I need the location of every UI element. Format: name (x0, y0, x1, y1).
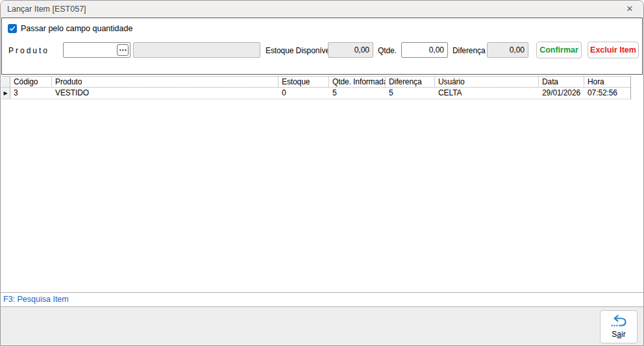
checkbox-passar-quantidade[interactable]: Passar pelo campo quantidade (8, 24, 132, 33)
check-icon (9, 25, 16, 32)
column-header-data[interactable]: Data (539, 77, 584, 87)
close-icon[interactable]: ✕ (623, 1, 637, 18)
ellipsis-icon: ⋯ (119, 45, 127, 55)
produto-name-display (133, 42, 260, 58)
column-header-produto[interactable]: Produto (52, 77, 279, 87)
titlebar: Lançar Item [EST057] ✕ (1, 1, 643, 18)
confirmar-button[interactable]: Confirmar (536, 42, 582, 58)
sair-label: Sair (612, 330, 625, 339)
cell-produto: VESTIDO (52, 88, 279, 99)
diferenca-label: Diferença (452, 46, 485, 55)
produto-label: Produto (8, 46, 49, 55)
grid-gutter-header (1, 77, 10, 87)
row-selector-gutter: ▶ (1, 88, 10, 99)
grid-header: Código Produto Estoque Qtde. Informada D… (1, 76, 630, 88)
diferenca-value (487, 42, 528, 58)
dialog-lancar-item: Lançar Item [EST057] ✕ Passar pelo campo… (0, 0, 644, 346)
cell-usuario: CELTA (435, 88, 539, 99)
cell-hora: 07:52:56 (584, 88, 630, 99)
estoque-disponivel-value (328, 42, 373, 58)
return-arrow-icon (609, 315, 628, 329)
qtde-input[interactable] (401, 42, 448, 58)
table-row[interactable]: ▶ 3 VESTIDO 0 5 5 CELTA 29/01/2026 07:52… (1, 88, 630, 99)
cell-estoque: 0 (279, 88, 329, 99)
column-header-qtde-informada[interactable]: Qtde. Informada (329, 77, 386, 87)
produto-code-field: ⋯ (63, 42, 130, 58)
status-hint: F3: Pesquisa Item (3, 295, 69, 304)
cell-qtde-informada: 5 (329, 88, 386, 99)
cell-codigo: 3 (10, 88, 52, 99)
status-bar: F3: Pesquisa Item (1, 292, 643, 307)
window-title: Lançar Item [EST057] (7, 1, 86, 18)
column-header-diferenca[interactable]: Diferença (386, 77, 435, 87)
checkbox-label: Passar pelo campo quantidade (21, 24, 132, 33)
column-header-hora[interactable]: Hora (584, 77, 630, 87)
entry-panel: Passar pelo campo quantidade Produto ⋯ E… (1, 18, 643, 75)
column-header-estoque[interactable]: Estoque (279, 77, 329, 87)
sair-button[interactable]: Sair (600, 310, 638, 343)
cell-diferenca: 5 (386, 88, 435, 99)
qtde-label: Qtde. (378, 46, 397, 55)
column-header-usuario[interactable]: Usuário (435, 77, 539, 87)
estoque-disponivel-label: Estoque Disponível (266, 46, 332, 55)
column-header-codigo[interactable]: Código (10, 77, 52, 87)
footer-panel: Sair (1, 307, 643, 345)
checkbox-checked-icon[interactable] (8, 24, 17, 33)
excluir-item-button[interactable]: Excluir Item (588, 42, 639, 58)
cell-data: 29/01/2026 (539, 88, 584, 99)
browse-button[interactable]: ⋯ (117, 44, 129, 56)
row-selector-icon: ▶ (3, 91, 7, 96)
items-grid: Código Produto Estoque Qtde. Informada D… (1, 76, 631, 99)
